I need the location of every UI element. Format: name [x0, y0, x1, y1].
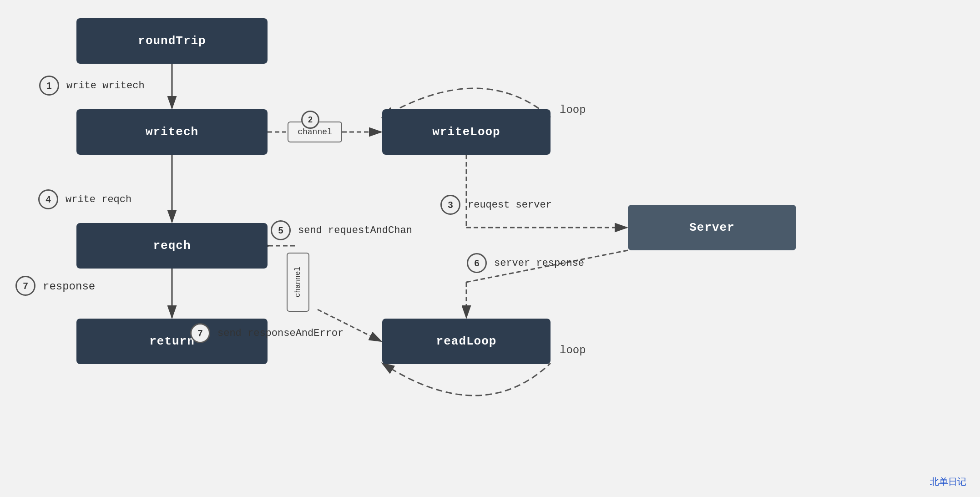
label-server-response: server response	[494, 258, 584, 269]
label-request-server: reuqest server	[468, 199, 552, 211]
badge-7a: 7	[15, 276, 35, 296]
diagram-container: roundTrip writech writeLoop reqch return…	[0, 0, 980, 497]
badge-5: 5	[271, 220, 291, 240]
label-send-responseanderror: send responseAndError	[217, 328, 344, 339]
badge-6: 6	[467, 253, 487, 273]
watermark: 北单日记	[930, 476, 966, 488]
label-send-requestandchan: send requestAndChan	[298, 225, 412, 236]
badge-3: 3	[440, 195, 460, 215]
node-return: return	[76, 319, 268, 364]
badge-7b: 7	[190, 323, 210, 343]
node-writeloop: writeLoop	[382, 109, 551, 155]
node-roundtrip: roundTrip	[76, 18, 268, 64]
badge-4: 4	[38, 189, 58, 209]
loop-label-2: loop	[560, 344, 586, 356]
loop-label-1: loop	[560, 104, 586, 116]
node-writech: writech	[76, 109, 268, 155]
label-write-writech: write writech	[66, 80, 145, 91]
node-reqch: reqch	[76, 223, 268, 269]
label-write-reqch: write reqch	[66, 194, 131, 205]
node-readloop: readLoop	[382, 319, 551, 364]
label-response: response	[43, 280, 95, 293]
badge-2: 2	[301, 111, 319, 129]
node-server: Server	[628, 205, 796, 250]
channel-box-vertical: channel	[287, 253, 309, 312]
badge-1: 1	[39, 76, 59, 96]
